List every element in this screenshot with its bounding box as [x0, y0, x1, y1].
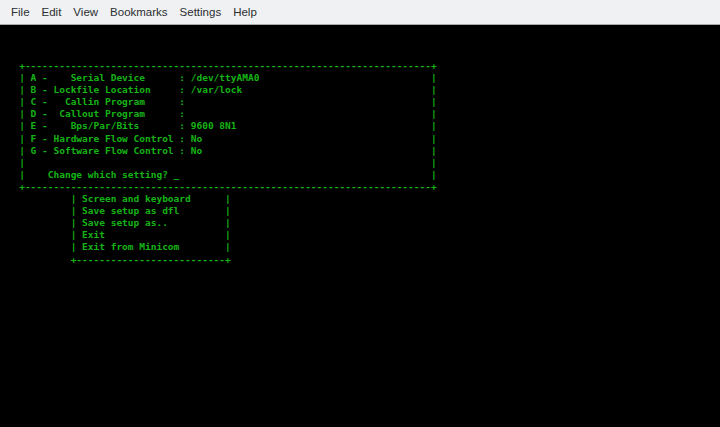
- menu-bar: File Edit View Bookmarks Settings Help: [0, 0, 720, 25]
- serial-field-e-bps-par-bits: | E - Bps/Par/Bits : 9600 8N1 |: [2, 120, 437, 132]
- config-menu-item-exit-from-minicom: | Exit from Minicom |: [2, 241, 437, 253]
- serial-field-a-serial-device: | A - Serial Device : /dev/ttyAMA0 |: [2, 72, 437, 84]
- serial-field-c-callin-program: | C - Callin Program : |: [2, 96, 437, 108]
- config-menu-item-exit: | Exit |: [2, 229, 437, 241]
- serial-field-f-hardware-flow-control: | F - Hardware Flow Control : No |: [2, 133, 437, 145]
- menu-help[interactable]: Help: [227, 6, 263, 18]
- config-menu-item-save-setup-as-dfl: | Save setup as dfl |: [2, 205, 437, 217]
- config-menu-item-screen-and-keyboard: | Screen and keyboard |: [2, 193, 437, 205]
- menu-bookmarks[interactable]: Bookmarks: [104, 6, 174, 18]
- menu-settings[interactable]: Settings: [174, 6, 228, 18]
- menu-view[interactable]: View: [67, 6, 104, 18]
- config-menu-item-save-setup-as: | Save setup as.. |: [2, 217, 437, 229]
- serial-setup-border-top: +---------------------------------------…: [2, 60, 437, 72]
- terminal-screen[interactable]: +---------------------------------------…: [0, 25, 720, 427]
- config-menu-border-bottom: +--------------------------+: [2, 254, 437, 266]
- menu-file[interactable]: File: [5, 6, 36, 18]
- serial-setup-prompt-line: | Change which setting? _ |: [2, 169, 437, 181]
- minicom-output: +---------------------------------------…: [2, 60, 437, 266]
- menu-edit[interactable]: Edit: [36, 6, 68, 18]
- serial-setup-blank-line: | |: [2, 157, 437, 169]
- serial-setup-border-bottom: +---------------------------------------…: [2, 181, 437, 193]
- serial-field-d-callout-program: | D - Callout Program : |: [2, 108, 437, 120]
- serial-field-b-lockfile-location: | B - Lockfile Location : /var/lock |: [2, 84, 437, 96]
- serial-field-g-software-flow-control: | G - Software Flow Control : No |: [2, 145, 437, 157]
